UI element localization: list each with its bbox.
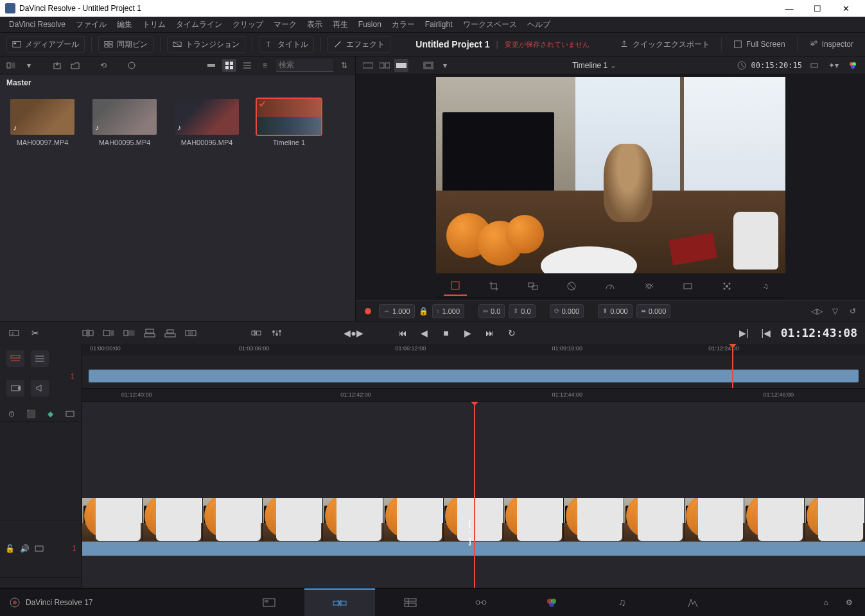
close-button[interactable]: ✕	[832, 0, 860, 17]
next-edit-icon[interactable]: ▶|	[737, 326, 751, 340]
go-end-icon[interactable]: ⏭	[483, 326, 497, 340]
search-input[interactable]	[276, 59, 334, 72]
viewer-area[interactable]: ♫	[356, 74, 865, 300]
media-item-timeline[interactable]: Timeline 1	[256, 99, 322, 146]
bin-list-toggle[interactable]	[4, 59, 18, 72]
pos-x-field[interactable]: ⇔0.0	[478, 304, 505, 318]
import-folder-icon[interactable]	[68, 59, 82, 72]
bin-master-label[interactable]: Master	[0, 74, 355, 91]
transition-button[interactable]: トランジション	[167, 36, 245, 53]
play-icon[interactable]: ▶	[461, 326, 475, 340]
fairlight-page-tab[interactable]: ♫	[587, 588, 658, 617]
menu-view[interactable]: 表示	[302, 17, 328, 32]
fast-review-icon[interactable]: ◀●▶	[347, 326, 361, 340]
menu-timeline[interactable]: タイムライン	[171, 17, 227, 32]
timeline-tracks[interactable]: 01:00:00:00 01:03:06:00 01:06:12:00 01:0…	[82, 344, 865, 588]
trim-mode-icon[interactable]	[249, 326, 263, 340]
resolve-fx-icon[interactable]	[125, 59, 139, 72]
detail-playhead[interactable]: [ · ]	[474, 402, 475, 588]
mixer-icon[interactable]	[270, 326, 284, 340]
flip-h-icon[interactable]: ◁▷	[810, 305, 824, 318]
import-media-icon[interactable]	[50, 59, 64, 72]
project-settings-icon[interactable]: ⚙	[842, 596, 856, 609]
menu-clip[interactable]: クリップ	[227, 17, 268, 32]
fusion-page-tab[interactable]	[446, 588, 516, 617]
audio-only-icon[interactable]	[31, 380, 49, 397]
split-clip-icon[interactable]: ✂	[28, 326, 42, 340]
menu-fusion[interactable]: Fusion	[353, 18, 387, 31]
media-item[interactable]: ♪ MAH00097.MP4	[9, 99, 76, 146]
rotation-field[interactable]: ⟳0.000	[550, 304, 584, 318]
snap-icon[interactable]: ⊙	[5, 407, 18, 420]
reset-icon[interactable]: ↺	[846, 305, 860, 318]
mute-track-icon[interactable]: 🔊	[20, 544, 30, 553]
timeline-viewer-icon[interactable]	[394, 59, 408, 72]
menu-davinci[interactable]: DaVinci Resolve	[4, 18, 71, 31]
timeline-view-a-icon[interactable]	[6, 350, 24, 367]
source-viewer-icon[interactable]	[361, 59, 375, 72]
media-item[interactable]: ♪ MAH00096.MP4	[173, 99, 240, 146]
media-item[interactable]: ♪ MAH00095.MP4	[91, 99, 158, 146]
cut-page-tab[interactable]	[304, 588, 375, 617]
close-up-icon[interactable]	[143, 326, 157, 340]
deliver-page-tab[interactable]	[658, 588, 728, 617]
video-only-icon[interactable]	[6, 380, 24, 397]
menu-trim[interactable]: トリム	[137, 17, 171, 32]
pitch-field[interactable]: ⬍0.000	[598, 304, 633, 318]
pos-y-field[interactable]: ⇕0.0	[509, 304, 535, 318]
smart-insert-icon[interactable]	[81, 326, 95, 340]
overview-ruler[interactable]: 01:00:00:00 01:03:06:00 01:06:12:00 01:0…	[82, 344, 865, 355]
color-page-tab[interactable]	[516, 588, 587, 617]
search-options-icon[interactable]: ⇅	[337, 59, 351, 72]
timeline-dropdown-icon[interactable]: ⌄	[610, 61, 616, 70]
quick-export-button[interactable]: クイックエクスポート	[615, 37, 715, 53]
chevron-down-icon[interactable]: ▾	[22, 59, 36, 72]
safe-area-icon[interactable]	[421, 59, 435, 72]
menu-playback[interactable]: 再生	[328, 17, 353, 32]
inspector-button[interactable]: Inspector	[804, 37, 859, 51]
ripple-overwrite-icon[interactable]	[122, 326, 136, 340]
detail-track-area[interactable]: [ · ]	[82, 402, 865, 588]
transform-tool-icon[interactable]	[444, 277, 467, 296]
viewer-chevron-icon[interactable]: ▾	[438, 59, 452, 72]
sync-bin-button[interactable]: 同期ビン	[98, 36, 153, 53]
keyframe-record-icon[interactable]	[365, 308, 371, 314]
title-button[interactable]: T タイトル	[259, 36, 314, 53]
marker-icon[interactable]: ⬛	[24, 407, 37, 420]
maximize-button[interactable]: ☐	[803, 0, 832, 17]
menu-fairlight[interactable]: Fairlight	[420, 18, 458, 31]
flag-icon[interactable]: ◆	[44, 407, 57, 420]
effect-button[interactable]: エフェクト	[328, 36, 390, 53]
append-icon[interactable]	[101, 326, 116, 340]
zoom-w-field[interactable]: ↔1.000	[379, 304, 415, 318]
lens-icon[interactable]	[676, 277, 699, 296]
lock-icon[interactable]: 🔒	[419, 307, 428, 316]
overview-playhead[interactable]	[732, 344, 733, 388]
stop-icon[interactable]: ■	[439, 326, 453, 340]
project-manager-icon[interactable]: ⌂	[819, 596, 833, 609]
guide-icon[interactable]: ✦▾	[826, 59, 841, 72]
stabilize-icon[interactable]	[638, 277, 661, 296]
menu-color[interactable]: カラー	[387, 17, 420, 32]
yaw-field[interactable]: ⬌0.000	[636, 304, 671, 318]
track-display-icon[interactable]	[35, 545, 44, 552]
detail-ruler[interactable]: 01:12:40:00 01:12:42:00 01:12:44:00 01:1…	[82, 389, 865, 402]
menu-edit[interactable]: 編集	[112, 17, 137, 32]
full-screen-button[interactable]: Full Screen	[728, 37, 791, 51]
composite-icon[interactable]	[560, 277, 583, 296]
playhead-timecode[interactable]: 01:12:43:08	[781, 326, 857, 339]
dual-viewer-icon[interactable]	[378, 59, 392, 72]
timeline-view-b-icon[interactable]	[31, 350, 49, 367]
lock-track-icon[interactable]: 🔓	[5, 544, 15, 553]
prev-edit-icon[interactable]: |◀	[759, 326, 773, 340]
audio-tool-icon[interactable]: ♫	[754, 277, 777, 296]
overview-clip-bar[interactable]	[89, 370, 859, 382]
media-pool-button[interactable]: メディアプール	[6, 36, 85, 53]
edit-page-tab[interactable]	[375, 588, 446, 617]
boring-detector-icon[interactable]: z	[8, 326, 22, 340]
sort-icon[interactable]: ≡	[258, 59, 272, 72]
menu-workspace[interactable]: ワークスペース	[458, 17, 522, 32]
clip-view-icon[interactable]	[64, 407, 76, 420]
media-page-tab[interactable]	[234, 588, 304, 617]
view-list-icon[interactable]	[240, 59, 254, 72]
